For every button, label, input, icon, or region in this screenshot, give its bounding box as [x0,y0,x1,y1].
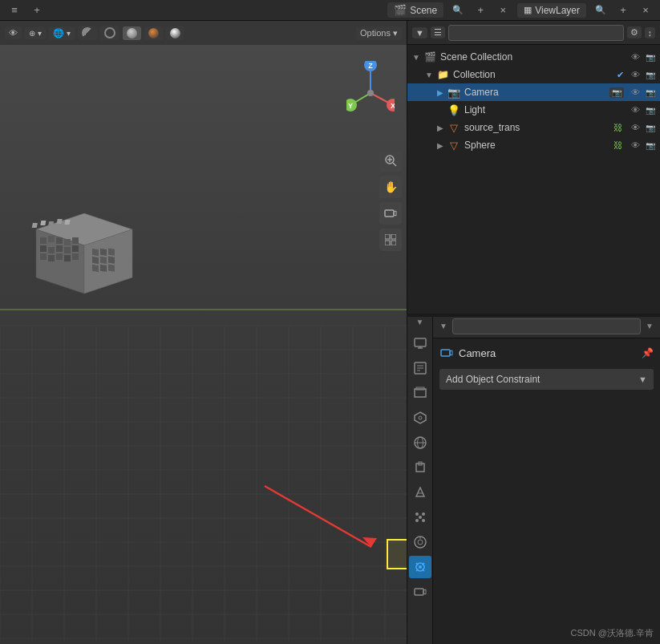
menu-icon[interactable]: ≡ [6,2,22,18]
physics-props-icon[interactable] [409,531,431,553]
grab-tool[interactable]: ✋ [379,176,402,198]
viewport-overlay[interactable] [78,26,97,40]
viewlayer-props-icon[interactable] [409,382,431,404]
sphere-visibility[interactable]: 👁 [629,139,642,152]
collection-item[interactable]: ▼ 📁 Collection ✔ 👁 📷 [407,66,660,83]
outliner-filter-icon[interactable]: ⚙ [627,26,642,38]
sourcetrans-visibility[interactable]: 👁 [629,121,642,134]
svg-point-127 [418,540,423,545]
sphere-render[interactable]: 📷 [644,139,657,152]
camera-tree-item[interactable]: ▶ 📷 Camera 📷 👁 📷 [407,83,660,101]
svg-rect-62 [72,237,79,244]
properties-panel: ▼ [407,314,660,644]
viewlayer-close-icon[interactable]: × [638,2,654,18]
world-props-icon[interactable] [409,431,431,454]
light-actions: 👁 📷 [629,103,657,116]
camera-visibility[interactable]: 👁 [629,86,642,99]
grid-tool[interactable] [379,229,402,251]
svg-point-114 [419,416,422,419]
object-props-icon[interactable] [409,456,431,479]
sphere-tree-label: Sphere [464,140,612,151]
navigation-gizmo[interactable]: Z X Y [346,61,395,124]
light-visibility[interactable]: 👁 [629,103,642,116]
svg-rect-102 [385,241,390,245]
add-constraint-arrow: ▼ [638,375,647,384]
data-props-icon[interactable] [409,581,431,603]
outliner-search-input[interactable] [448,25,624,41]
scene-collection-icon: 🎬 [423,51,436,63]
viewport-controls[interactable]: ⊕ ▾ [25,27,46,39]
svg-rect-104 [415,338,426,346]
svg-rect-67 [72,245,79,252]
viewport-mode-render[interactable] [166,26,184,40]
sourcetrans-render[interactable]: 📷 [644,121,657,134]
scene-selector[interactable]: 🎬 Scene [387,2,443,18]
sourcetrans-arrow: ▶ [435,122,446,133]
scene-collection-camera[interactable]: 📷 [644,51,657,63]
svg-rect-72 [72,253,79,260]
sphere-tree-item[interactable]: ▶ ▽ Sphere ⛓ 👁 📷 [407,136,660,154]
options-dropdown[interactable]: Options ▾ [356,26,402,40]
outliner-sync-icon[interactable]: ↕ [645,27,656,38]
sphere-actions: 👁 📷 [629,139,657,152]
svg-rect-101 [391,234,396,239]
svg-point-93 [367,90,374,96]
scene-collection-visibility[interactable]: 👁 [629,51,642,63]
add-object-constraint-btn[interactable]: Add Object Constraint ▼ [439,369,654,390]
svg-rect-69 [48,255,55,261]
zoom-in-tool[interactable] [379,149,402,172]
sphere-arrow: ▶ [435,140,446,151]
props-panel-selector[interactable]: ▼ [439,322,447,330]
xray-icon [104,27,115,38]
collection-icon: 📁 [436,68,449,81]
scene-collection-item[interactable]: ▼ 🎬 Scene Collection 👁 📷 [407,48,660,66]
output-props-icon[interactable] [409,357,431,379]
camera-render[interactable]: 📷 [644,86,657,99]
svg-point-125 [419,516,422,519]
svg-line-82 [265,486,371,547]
viewport-xray[interactable] [100,26,119,40]
collection-checkbox[interactable]: ✔ [613,68,626,81]
viewport-view-menu[interactable]: 👁 [5,26,22,39]
scene-add-icon[interactable]: + [472,2,488,18]
props-header-dropdown[interactable]: ▼ [416,318,424,326]
outliner-filter-btn[interactable]: ▼ [412,27,427,38]
properties-main: ▼ ▼ Camera 📌 Add Object Co [433,314,660,644]
light-tree-item[interactable]: ▶ 💡 Light 👁 📷 [407,101,660,119]
properties-sidebar: ▼ [407,314,433,644]
viewlayer-label: ViewLayer [535,5,580,16]
collection-visibility[interactable]: 👁 [629,68,642,81]
panel-divider[interactable] [407,314,660,317]
render-props-icon[interactable] [409,332,431,354]
outliner-display-mode[interactable]: ☰ [431,26,445,38]
svg-rect-55 [48,221,54,226]
object-constraints-props-icon[interactable] [409,556,431,578]
viewlayer-browse-icon[interactable]: 🔍 [593,2,609,18]
svg-point-122 [422,512,425,516]
svg-rect-81 [108,264,115,271]
collection-actions: ✔ 👁 📷 [613,68,657,81]
plus-icon[interactable]: + [29,2,45,18]
properties-search-input[interactable] [452,318,641,334]
properties-object-icon [439,346,454,360]
svg-rect-54 [40,221,46,225]
viewport-shading[interactable]: 🌐 ▾ [49,26,75,40]
viewlayer-add-icon[interactable]: + [615,2,631,18]
collection-camera[interactable]: 📷 [644,68,657,81]
viewlayer-selector[interactable]: ▦ ViewLayer [517,3,586,18]
modifier-props-icon[interactable] [409,481,431,504]
add-constraint-label: Add Object Constraint [446,374,540,385]
scene-remove-icon[interactable]: × [495,2,511,18]
viewport-mode-solid[interactable] [123,26,141,40]
scene-browse-icon[interactable]: 🔍 [450,2,466,18]
scene-props-icon[interactable] [409,407,431,429]
scene-collection-actions: 👁 📷 [629,51,657,63]
camera-tool[interactable] [379,202,402,225]
sourcetrans-tree-item[interactable]: ▶ ▽ source_trans ⛓ 👁 📷 [407,119,660,136]
light-render[interactable]: 📷 [644,103,657,116]
svg-rect-56 [57,219,63,224]
particles-props-icon[interactable] [409,506,431,529]
properties-pin-btn[interactable]: 📌 [642,347,654,358]
outliner-header: ▼ ☰ ⚙ ↕ [407,21,660,45]
viewport-mode-material[interactable] [144,26,163,40]
